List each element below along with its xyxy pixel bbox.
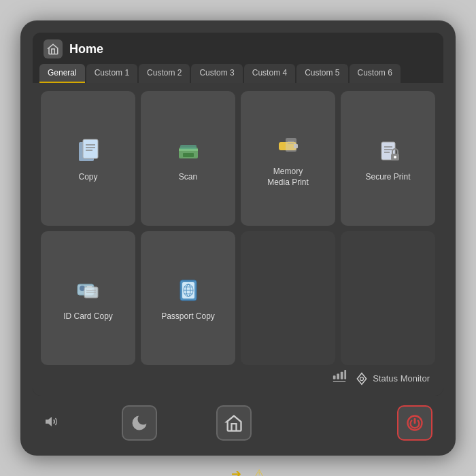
screen-header: Home — [33, 33, 443, 58]
home-icon-wrap — [44, 39, 63, 58]
forward-arrow-icon: ➔ — [231, 466, 241, 476]
id-card-copy-button[interactable]: ID Card Copy — [41, 231, 135, 366]
secure-print-label: Secure Print — [365, 172, 410, 183]
app-grid: Copy Scan — [41, 91, 435, 365]
screen: Home General Custom 1 Custom 2 Custom 3 … — [33, 33, 443, 396]
svg-rect-1 — [83, 139, 98, 158]
passport-copy-label: Passport Copy — [161, 311, 215, 322]
memory-media-print-button[interactable]: Memory Media Print — [241, 91, 335, 226]
svg-rect-35 — [337, 373, 340, 379]
tab-custom6[interactable]: Custom 6 — [350, 64, 401, 83]
svg-point-39 — [360, 377, 364, 380]
id-card-copy-label: ID Card Copy — [63, 311, 113, 322]
status-monitor-button[interactable]: Status Monitor — [355, 372, 430, 386]
power-button[interactable] — [397, 405, 432, 441]
warning-icon: ⚠ — [254, 466, 265, 476]
copy-icon — [72, 134, 105, 167]
svg-rect-7 — [179, 149, 198, 151]
sleep-button[interactable] — [122, 405, 157, 441]
memory-media-print-label: Memory Media Print — [267, 167, 309, 188]
status-monitor-icon — [355, 372, 369, 386]
tab-general[interactable]: General — [39, 64, 85, 83]
device-body: Home General Custom 1 Custom 2 Custom 3 … — [20, 20, 456, 456]
hardware-bar — [33, 403, 443, 443]
svg-rect-34 — [333, 375, 336, 379]
passport-icon — [172, 273, 205, 306]
bottom-indicators: ➔ ⚠ — [231, 466, 265, 476]
status-bar: Status Monitor — [41, 365, 435, 390]
tab-custom5[interactable]: Custom 5 — [296, 64, 347, 83]
passport-copy-button[interactable]: Passport Copy — [141, 231, 235, 366]
house-icon — [47, 43, 59, 55]
tab-custom2[interactable]: Custom 2 — [139, 64, 190, 83]
scan-button[interactable]: Scan — [141, 91, 235, 226]
empty-cell-2 — [341, 231, 435, 366]
secure-print-icon — [372, 134, 405, 167]
svg-point-19 — [394, 156, 396, 158]
content-area: Copy Scan — [33, 83, 443, 396]
secure-print-button[interactable]: Secure Print — [341, 91, 435, 226]
svg-marker-40 — [46, 417, 52, 426]
tabs-row: General Custom 1 Custom 2 Custom 3 Custo… — [33, 58, 443, 83]
scan-label: Scan — [179, 172, 197, 183]
tab-custom1[interactable]: Custom 1 — [86, 64, 137, 83]
tab-custom3[interactable]: Custom 3 — [191, 64, 242, 83]
usb-icon — [272, 129, 305, 161]
network-icon — [332, 369, 347, 388]
empty-cell-1 — [241, 231, 335, 366]
home-button[interactable] — [216, 405, 252, 441]
tab-custom4[interactable]: Custom 4 — [244, 64, 295, 83]
scan-icon — [172, 134, 205, 167]
speaker-icon — [44, 413, 60, 432]
screen-title: Home — [69, 42, 103, 56]
copy-button[interactable]: Copy — [41, 91, 135, 226]
svg-rect-8 — [183, 153, 194, 157]
svg-rect-36 — [341, 372, 343, 379]
svg-rect-11 — [286, 138, 296, 152]
status-monitor-label: Status Monitor — [373, 373, 430, 384]
svg-rect-37 — [345, 370, 347, 379]
id-card-icon — [72, 273, 105, 306]
copy-label: Copy — [78, 172, 97, 183]
